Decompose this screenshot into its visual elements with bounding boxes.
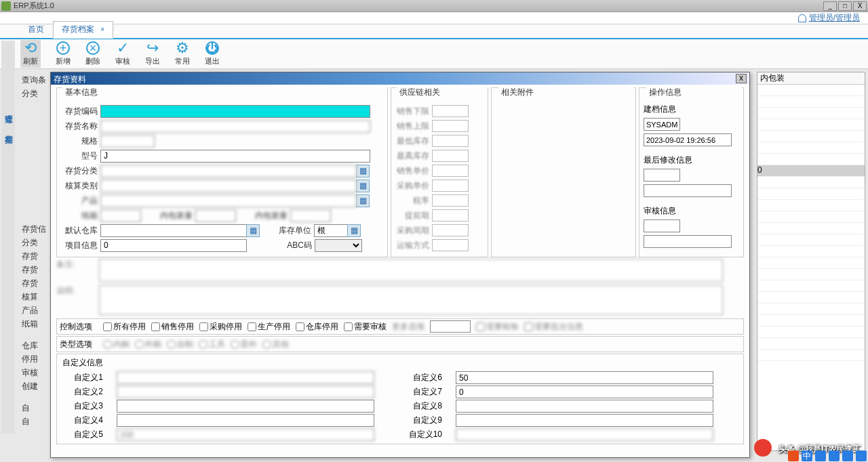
tab-home[interactable]: 首页 [19,21,53,38]
supply-field-6[interactable] [432,180,469,192]
watermark-logo-icon [754,439,772,457]
sale-stop-checkbox[interactable]: 销售停用 [151,321,194,333]
unit-picker-button[interactable]: ▦ [347,224,361,237]
minimize-button[interactable]: _ [823,1,837,11]
custom6-input[interactable] [456,371,713,384]
audit-user-field [644,219,680,232]
export-icon: ↪ [146,41,159,55]
close-button[interactable]: X [853,1,867,11]
need-audit-checkbox[interactable]: 需要审核 [344,321,387,333]
system-tray: 中 [788,450,867,462]
operation-info-group: 操作信息 建档信息 最后修改信息 审核信息 [639,87,744,257]
inventory-code-input[interactable] [100,105,370,118]
maximize-button[interactable]: □ [838,1,852,11]
tab-label: 存货档案 [62,24,94,34]
custom5-input[interactable] [117,428,374,441]
audit-button[interactable]: ✓审核 [115,41,130,66]
common-button[interactable]: ⚙常用 [175,41,190,66]
warehouse-picker-button[interactable]: ▦ [246,224,260,237]
app-icon [1,1,11,11]
dialog-title: 存货资料 [54,74,86,83]
category-picker-button[interactable]: ▦ [356,165,370,177]
right-data-grid[interactable]: 内包装 0 [757,72,865,451]
left-nav-strip: 仓库管理 存货档案 [1,41,15,434]
supply-chain-group: 供应链相关 销售下限 销售上限 最低库存 最高库存 销售单价 采购单价 税率 提… [391,87,488,257]
main-tabs: 首页 存货档案 × [0,24,868,39]
dialog-titlebar[interactable]: 存货资料 x [51,72,749,85]
default-warehouse-input[interactable] [100,224,247,237]
power-icon: ⏻ [205,41,219,55]
stock-unit-input[interactable] [314,224,348,237]
warehouse-stop-checkbox[interactable]: 仓库停用 [296,321,338,333]
tab-close-icon[interactable]: × [100,26,104,33]
tray-icon-3[interactable] [815,450,826,461]
window-titlebar: ERP系统1.0 _ □ X [0,0,868,12]
tray-icon-6[interactable] [856,450,867,461]
tray-icon-1[interactable] [788,450,799,461]
cross-icon: × [86,41,100,55]
account-type-input[interactable] [100,180,357,192]
custom9-input[interactable] [456,414,713,427]
app-title: ERP系统1.0 [14,1,823,11]
all-stop-checkbox[interactable]: 所有停用 [103,321,146,333]
supply-field-3[interactable] [432,135,469,147]
supply-field-8[interactable] [432,209,469,222]
description-textarea[interactable] [99,285,723,315]
product-picker-button[interactable]: ▦ [356,194,370,207]
inventory-dialog: 存货资料 x 基本信息 存货编码 存货名称 规格 型号 存货分类▦ 核算类别▦ … [50,72,750,458]
tray-icon-4[interactable] [829,450,840,461]
control-options-row: 控制选项 所有停用 销售停用 采购停用 生产停用 仓库停用 需要审核 更多选项 … [56,318,744,335]
custom-fields-group: 自定义信息 自定义1 自定义6 自定义2 自定义7 自定义3 自定义8 自定义4… [56,354,744,444]
lastmod-user-field [644,169,680,182]
user-icon [798,14,806,22]
custom10-input[interactable] [456,428,713,441]
tray-icon-5[interactable] [842,450,853,461]
supply-field-7[interactable] [432,194,469,207]
custom7-input[interactable] [456,385,713,398]
grid-header-packaging[interactable]: 内包装 [757,72,865,85]
custom4-input[interactable] [117,414,374,427]
toolbar: ⟲刷新 +新增 ×删除 ✓审核 ↪导出 ⚙常用 ⏻退出 [0,39,868,69]
project-info-input[interactable] [100,239,247,252]
supply-field-2[interactable] [432,120,469,132]
inventory-name-input[interactable] [100,120,370,133]
dialog-close-button[interactable]: x [736,74,747,83]
supply-field-4[interactable] [432,150,469,162]
user-bar: 管理员/管理员 [0,12,868,24]
account-type-picker-button[interactable]: ▦ [356,180,370,192]
lastmod-time-field [644,184,732,197]
prod-stop-checkbox[interactable]: 生产停用 [248,321,290,333]
custom8-input[interactable] [456,400,713,413]
audit-time-field [644,235,732,248]
create-user-field [644,118,680,131]
category-input[interactable] [100,165,357,177]
create-time-field [644,133,732,146]
supply-field-9[interactable] [432,224,469,236]
add-button[interactable]: +新增 [56,41,71,66]
supply-field-10[interactable] [432,239,469,251]
supply-field-5[interactable] [432,165,469,177]
refresh-button[interactable]: ⟲刷新 [20,40,41,68]
type-options-row: 类型选项 内购 外购 自制 工具 委外 其他 [56,336,744,352]
custom3-input[interactable] [117,400,374,413]
attachments-group: 相关附件 [491,87,636,257]
grid-selected-row[interactable]: 0 [757,165,865,177]
basic-info-group: 基本信息 存货编码 存货名称 规格 型号 存货分类▦ 核算类别▦ 产品▦ 纸箱内… [56,87,388,257]
custom1-input[interactable] [117,371,374,384]
supply-field-1[interactable] [432,105,469,117]
remark-textarea[interactable] [99,259,723,282]
user-name[interactable]: 管理员/管理员 [809,12,860,24]
delete-button[interactable]: ×删除 [85,41,100,66]
product-input[interactable] [100,194,357,207]
spec-input[interactable] [100,135,155,148]
purchase-stop-checkbox[interactable]: 采购停用 [199,321,242,333]
abc-code-select[interactable] [315,239,362,252]
export-button[interactable]: ↪导出 [145,41,160,66]
model-input[interactable] [100,150,370,163]
gear-icon: ⚙ [176,41,189,55]
check-doc-icon: ✓ [116,41,130,55]
refresh-icon: ⟲ [24,41,37,55]
exit-button[interactable]: ⏻退出 [205,41,220,66]
custom2-input[interactable] [117,385,374,398]
tab-inventory-archive[interactable]: 存货档案 × [53,21,113,39]
